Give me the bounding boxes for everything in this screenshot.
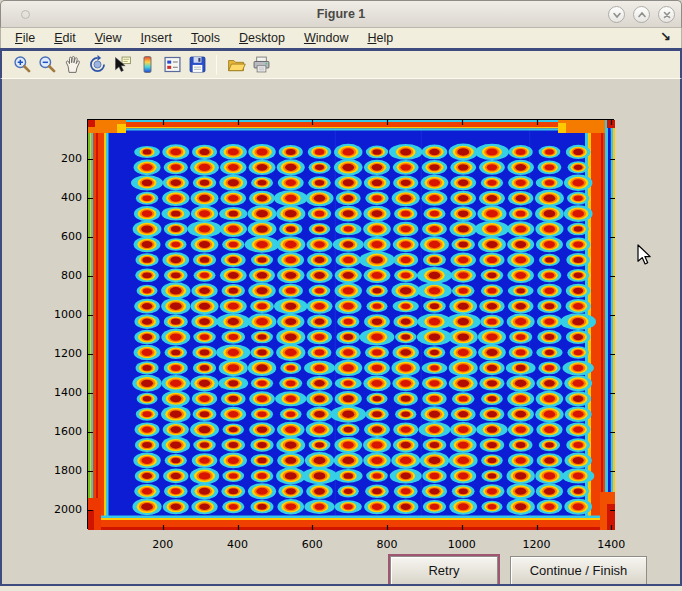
menu-file[interactable]: File — [15, 31, 35, 45]
y-tick-label: 1400 — [46, 386, 82, 399]
heatmap-image[interactable] — [88, 120, 615, 530]
close-button[interactable] — [658, 6, 675, 23]
print-figure-button[interactable] — [249, 53, 274, 77]
menu-insert[interactable]: Insert — [141, 31, 172, 45]
y-tick-label: 800 — [46, 269, 82, 282]
x-tick-label: 1200 — [517, 538, 557, 551]
y-tick-label: 1000 — [46, 308, 82, 321]
zoom-in-icon — [12, 54, 33, 75]
dock-figure-icon[interactable]: ↘ — [660, 29, 671, 44]
insert-colorbar-button[interactable] — [135, 53, 160, 77]
mouse-cursor — [637, 244, 651, 265]
window-title: Figure 1 — [1, 7, 681, 21]
rotate-3d-icon — [87, 54, 108, 75]
x-tick-label: 800 — [367, 538, 407, 551]
y-tick-label: 600 — [46, 230, 82, 243]
chevron-down-icon — [611, 9, 623, 21]
chevron-up-icon — [636, 9, 648, 21]
x-tick-label: 1400 — [591, 538, 631, 551]
zoom-in-button[interactable] — [10, 53, 35, 77]
pan-hand-icon — [62, 54, 83, 75]
figure-window: Figure 1 File Edit View Insert — [0, 0, 682, 591]
x-tick-label: 600 — [292, 538, 332, 551]
x-tick-label: 200 — [143, 538, 183, 551]
y-tick-label: 1600 — [46, 425, 82, 438]
figure-canvas: 2004006008001000120014002004006008001000… — [0, 79, 682, 584]
close-icon — [661, 9, 673, 21]
print-icon — [251, 54, 272, 75]
insert-legend-button[interactable] — [160, 53, 185, 77]
window-bottom-strip — [0, 586, 682, 591]
zoom-out-icon — [37, 54, 58, 75]
menu-tools[interactable]: Tools — [191, 31, 220, 45]
y-tick-label: 200 — [46, 152, 82, 165]
save-figure-button[interactable] — [185, 53, 210, 77]
maximize-button[interactable] — [633, 6, 650, 23]
menu-desktop[interactable]: Desktop — [239, 31, 285, 45]
colorbar-icon — [137, 54, 158, 75]
pan-button[interactable] — [60, 53, 85, 77]
minimize-button[interactable] — [608, 6, 625, 23]
data-cursor-icon — [112, 54, 133, 75]
menubar: File Edit View Insert Tools Desktop Wind… — [0, 28, 682, 48]
continue-finish-button[interactable]: Continue / Finish — [510, 556, 647, 585]
legend-icon — [162, 54, 183, 75]
open-file-button[interactable] — [224, 53, 249, 77]
open-folder-icon — [226, 54, 247, 75]
rotate-3d-button[interactable] — [85, 53, 110, 77]
x-tick-label: 1000 — [442, 538, 482, 551]
data-cursor-button[interactable] — [110, 53, 135, 77]
y-tick-label: 400 — [46, 191, 82, 204]
y-tick-label: 1800 — [46, 464, 82, 477]
titlebar[interactable]: Figure 1 — [0, 0, 682, 28]
menu-edit[interactable]: Edit — [54, 31, 76, 45]
menu-help[interactable]: Help — [367, 31, 393, 45]
toolbar — [0, 51, 682, 79]
menu-view[interactable]: View — [95, 31, 122, 45]
menu-window[interactable]: Window — [304, 31, 348, 45]
x-tick-label: 400 — [218, 538, 258, 551]
y-tick-label: 1200 — [46, 347, 82, 360]
save-icon — [187, 54, 208, 75]
retry-button[interactable]: Retry — [390, 556, 498, 585]
plot-axes[interactable] — [87, 119, 614, 529]
y-tick-label: 2000 — [46, 503, 82, 516]
zoom-out-button[interactable] — [35, 53, 60, 77]
window-controls — [608, 6, 675, 23]
toolbar-separator — [216, 55, 217, 75]
